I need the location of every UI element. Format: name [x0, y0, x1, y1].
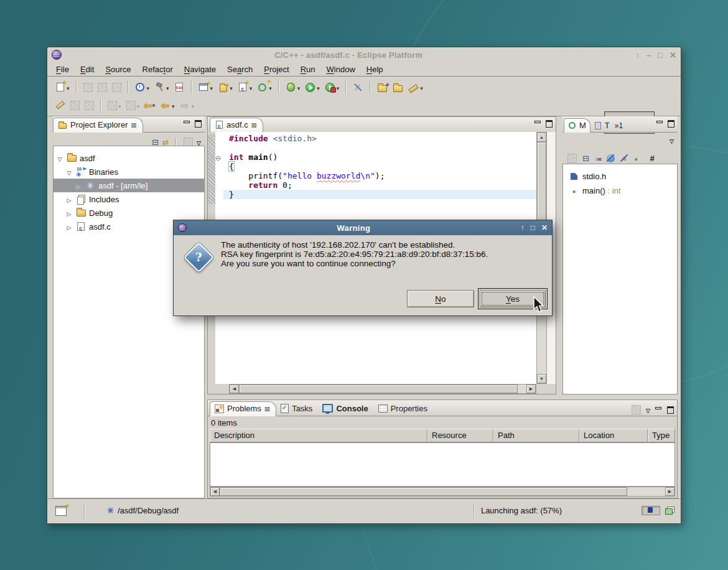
menu-source[interactable]: Source — [100, 63, 136, 75]
scroll-down-arrow[interactable]: ▼ — [537, 374, 546, 383]
mark-occurrences-button[interactable] — [53, 99, 67, 112]
last-edit-location-button[interactable]: ⇦ — [142, 99, 157, 112]
disabled-icon[interactable] — [567, 154, 577, 163]
column-description[interactable]: Description — [210, 429, 427, 442]
minimize-view-icon[interactable] — [184, 120, 190, 126]
tree-item-asdf-binary[interactable]: ✳ asdf - [arm/le] — [54, 179, 204, 192]
tree-item-includes[interactable]: Includes — [54, 192, 204, 206]
view-menu-icon[interactable] — [646, 404, 650, 415]
minimize-view-icon[interactable] — [534, 120, 541, 126]
menu-refactor[interactable]: Refactor — [137, 63, 179, 75]
dialog-title-bar[interactable]: Warning ↑ □ ✕ — [174, 220, 552, 235]
tab-close-icon[interactable] — [131, 120, 136, 129]
maximize-button[interactable]: □ — [658, 51, 663, 59]
dialog-close-button[interactable]: ✕ — [541, 223, 548, 232]
shade-button[interactable]: ↑ — [636, 51, 640, 59]
filter-icon[interactable] — [632, 405, 641, 414]
tab-project-explorer[interactable]: Project Explorer — [53, 118, 143, 133]
menu-help[interactable]: Help — [361, 63, 389, 75]
collapsed-arrow-icon[interactable] — [65, 208, 73, 218]
new-code-button[interactable] — [255, 80, 274, 94]
back-button[interactable]: ⇦ — [158, 98, 177, 112]
tab-problems[interactable]: Problems — [210, 401, 276, 416]
scroll-left-arrow[interactable]: ◀ — [210, 487, 220, 496]
hide-fields-icon[interactable] — [607, 154, 615, 162]
fast-view-icon[interactable] — [55, 506, 67, 516]
build-button[interactable] — [152, 80, 171, 94]
binary-counter-button[interactable] — [172, 81, 187, 94]
tab-outline-t[interactable]: T — [590, 119, 614, 132]
collapsed-arrow-icon[interactable] — [75, 181, 82, 190]
scrollbar-thumb[interactable] — [220, 487, 627, 496]
previous-annotation-button[interactable] — [124, 98, 142, 112]
next-annotation-button[interactable] — [106, 98, 123, 112]
annotation-a-button[interactable] — [68, 100, 82, 111]
maximize-view-icon[interactable] — [195, 120, 202, 126]
tree-item-asdf[interactable]: asdf — [54, 151, 204, 165]
menu-navigate[interactable]: Navigate — [179, 63, 222, 75]
menu-edit[interactable]: Edit — [75, 63, 100, 75]
new-c-file-button[interactable] — [236, 80, 254, 94]
schedule-button[interactable] — [133, 80, 152, 94]
collapsed-arrow-icon[interactable] — [65, 222, 73, 231]
progress-view-icon[interactable] — [665, 507, 674, 515]
tab-properties[interactable]: Properties — [374, 402, 433, 416]
run-button[interactable] — [303, 80, 322, 94]
tab-overflow-indicator[interactable]: »1 — [614, 121, 625, 132]
print-button[interactable] — [110, 82, 123, 93]
maximize-view-icon[interactable] — [668, 120, 674, 126]
menu-file[interactable]: File — [50, 63, 75, 75]
view-menu-icon[interactable] — [670, 134, 674, 146]
annotation-b-button[interactable] — [83, 100, 96, 111]
menu-window[interactable]: Window — [321, 63, 361, 75]
outline-item-main[interactable]: main() : int — [563, 184, 677, 198]
column-resource[interactable]: Resource — [427, 429, 493, 442]
hide-inactive-icon[interactable] — [650, 152, 654, 164]
scroll-left-arrow[interactable]: ◀ — [230, 385, 239, 393]
highlight-button[interactable] — [406, 80, 425, 94]
sort-icon[interactable]: az — [595, 155, 601, 162]
column-location[interactable]: Location — [579, 429, 648, 442]
debug-button[interactable] — [284, 80, 302, 94]
menu-project[interactable]: Project — [258, 63, 294, 75]
maximize-view-icon[interactable] — [546, 120, 553, 126]
save-all-button[interactable] — [96, 82, 109, 93]
minimize-view-icon[interactable] — [655, 406, 662, 413]
title-bar[interactable]: C/C++ - asdf/asdf.c - Eclipse Platform ↑… — [47, 47, 681, 62]
scroll-up-arrow[interactable]: ▲ — [537, 133, 546, 142]
scroll-right-arrow[interactable]: ▶ — [526, 385, 536, 393]
no-button[interactable]: No — [407, 290, 474, 307]
scroll-right-arrow[interactable]: ▶ — [665, 487, 674, 496]
tab-close-icon[interactable] — [251, 120, 257, 129]
hide-static-icon[interactable]: s — [620, 154, 628, 162]
new-c-project-button[interactable] — [197, 80, 215, 94]
tab-tasks[interactable]: Tasks — [276, 402, 318, 416]
open-resource-button[interactable] — [391, 81, 405, 94]
run-external-button[interactable] — [323, 80, 342, 94]
tab-outline-m[interactable]: M — [564, 118, 590, 133]
scrollbar-thumb[interactable] — [239, 385, 518, 393]
save-button[interactable] — [82, 82, 95, 93]
tree-item-debug[interactable]: Debug — [54, 206, 204, 220]
new-cpp-class-button[interactable] — [216, 80, 235, 94]
forward-button[interactable]: ⇨ — [178, 98, 197, 112]
dialog-shade-button[interactable]: ↑ — [521, 223, 525, 232]
close-button[interactable]: ✕ — [670, 51, 676, 59]
dialog-maximize-button[interactable]: □ — [531, 223, 535, 232]
pin-editor-button[interactable] — [351, 81, 365, 94]
tree-item-binaries[interactable]: ✳ Binaries — [54, 165, 204, 179]
expanded-arrow-icon[interactable] — [56, 154, 63, 163]
tab-console[interactable]: Console — [318, 402, 373, 416]
menu-run[interactable]: Run — [295, 63, 321, 75]
minimize-button[interactable]: – — [646, 51, 651, 59]
fold-collapse-icon[interactable] — [215, 152, 221, 163]
tab-asdf-c[interactable]: asdf.c — [210, 118, 263, 133]
outline-item-stdio[interactable]: stdio.h — [563, 169, 677, 184]
minimize-view-icon[interactable] — [656, 120, 663, 126]
collapsed-arrow-icon[interactable] — [65, 195, 73, 204]
editor-horizontal-scrollbar[interactable]: ◀ ▶ — [229, 384, 536, 394]
collapse-all-icon[interactable] — [582, 152, 589, 164]
menu-search[interactable]: Search — [222, 63, 258, 75]
problems-horizontal-scrollbar[interactable]: ◀ ▶ — [210, 487, 675, 497]
column-type[interactable]: Type — [648, 429, 675, 442]
